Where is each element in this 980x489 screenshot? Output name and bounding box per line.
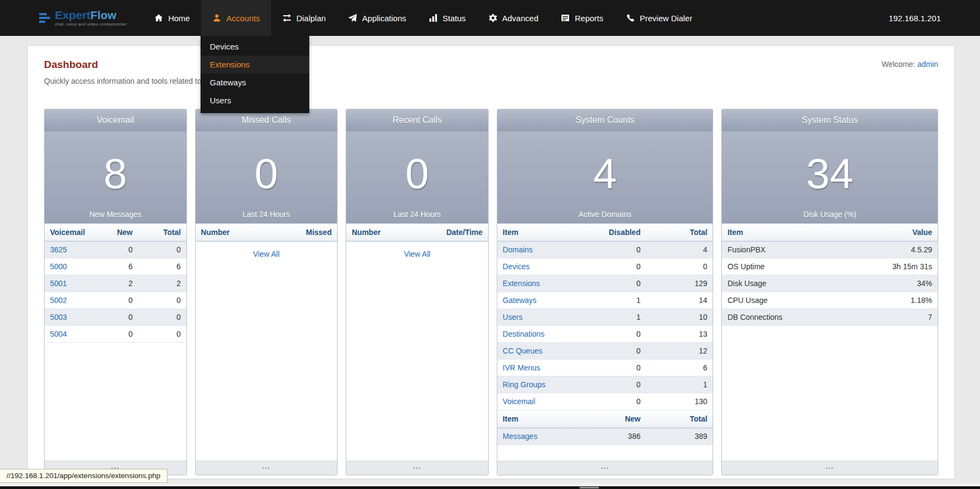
menu-item-users[interactable]: Users: [201, 91, 309, 109]
missed-calls-view-all-link[interactable]: View All: [253, 250, 280, 258]
top-nav: ExpertFlow chat, voice and video contact…: [0, 0, 980, 36]
recent-calls-view-all-wrap: View All: [346, 242, 488, 259]
table-cell: 4.5.29: [830, 245, 938, 254]
table-cell-link[interactable]: Domains: [497, 245, 594, 254]
table-row: Extensions0129: [497, 275, 713, 292]
menu-item-gateways[interactable]: Gateways: [201, 73, 309, 91]
expertflow-logo-icon: [39, 13, 51, 23]
table-cell-link[interactable]: 5000: [45, 262, 101, 271]
table-cell: 1: [594, 313, 646, 321]
voicemail-table-header: VoicemailNewTotal: [45, 224, 186, 242]
table-cell-link[interactable]: CC Queues: [497, 346, 594, 355]
table-row: 500400: [45, 326, 186, 343]
table-cell: 0: [594, 397, 646, 406]
nav-applications-label: Applications: [362, 14, 406, 23]
table-cell-link[interactable]: Extensions: [497, 279, 594, 288]
dashboard-cards-row: Voicemail 8 New Messages VoicemailNewTot…: [28, 109, 954, 475]
table-cell-link[interactable]: 5004: [45, 330, 101, 338]
taskbar-chip: [579, 487, 599, 488]
voicemail-table-body: 362500500066500122500200500300500400: [45, 242, 186, 343]
missed-calls-view-all-wrap: View All: [196, 242, 338, 259]
browser-status-link-preview: //192.168.1.201/app/extensions/extension…: [0, 469, 167, 483]
welcome-label: Welcome:: [882, 60, 915, 69]
table-cell-link[interactable]: Gateways: [497, 296, 594, 305]
table-cell-link[interactable]: Destinations: [497, 330, 594, 338]
system-counts-hero-label: Active Domains: [497, 210, 713, 219]
table-cell-link[interactable]: Messages: [497, 432, 594, 441]
nav-advanced[interactable]: Advanced: [477, 0, 550, 36]
system-counts-card-title: System Counts: [497, 109, 713, 131]
nav-accounts-label: Accounts: [226, 14, 260, 23]
system-counts-big-number: 4: [593, 152, 616, 195]
nav-status[interactable]: Status: [417, 0, 477, 36]
expertflow-logo[interactable]: ExpertFlow chat, voice and video contact…: [39, 0, 127, 36]
system-counts-table-body: Domains04Devices00Extensions0129Gateways…: [497, 242, 713, 410]
system-counts-hero: 4 Active Domains: [497, 131, 713, 224]
server-ip: 192.168.1.201: [889, 0, 941, 36]
table-cell-link[interactable]: 5002: [45, 296, 101, 305]
missed-calls-hero: 0 Last 24 Hours: [196, 131, 338, 224]
missed-calls-hero-label: Last 24 Hours: [196, 210, 338, 219]
nav-home[interactable]: Home: [143, 0, 201, 36]
system-status-card-footer[interactable]: •••: [722, 461, 938, 475]
welcome-user-link[interactable]: admin: [917, 60, 938, 69]
table-row: Messages386389: [497, 428, 713, 445]
table-cell-link[interactable]: 5001: [45, 279, 101, 288]
column-header: New: [101, 228, 138, 237]
table-cell-link[interactable]: Devices: [497, 262, 594, 271]
column-header: Item: [497, 228, 594, 237]
table-cell: 130: [646, 397, 713, 406]
column-header: New: [594, 414, 646, 423]
table-cell: 2: [101, 279, 138, 288]
recent-calls-card-footer[interactable]: •••: [346, 461, 488, 475]
user-icon: [213, 14, 221, 22]
table-cell: 0: [138, 296, 186, 305]
voicemail-hero-label: New Messages: [45, 210, 186, 219]
table-cell: 3h 15m 31s: [830, 262, 938, 271]
table-cell: 389: [646, 432, 713, 441]
table-cell-link[interactable]: Voicemail: [497, 397, 594, 406]
missed-calls-card-footer[interactable]: •••: [196, 461, 338, 475]
table-row: Domains04: [497, 242, 713, 258]
table-cell: DB Connections: [722, 313, 829, 321]
system-status-hero: 34 Disk Usage (%): [722, 131, 938, 224]
system-counts-card-footer[interactable]: •••: [497, 461, 713, 475]
table-cell: 6: [646, 363, 713, 372]
nav-applications[interactable]: Applications: [337, 0, 417, 36]
nav-preview-dialer[interactable]: Preview Dialer: [615, 0, 704, 36]
menu-item-extensions[interactable]: Extensions: [201, 55, 309, 73]
voicemail-big-number: 8: [104, 152, 127, 195]
column-header: Number: [196, 228, 266, 237]
column-header: Item: [497, 414, 594, 423]
table-cell-link[interactable]: Users: [497, 313, 594, 321]
nav-reports[interactable]: Reports: [550, 0, 615, 36]
table-cell: 0: [138, 313, 186, 321]
table-cell-link[interactable]: 3625: [45, 245, 101, 254]
table-cell-link[interactable]: IVR Menus: [497, 363, 594, 372]
column-header: Voicemail: [45, 228, 101, 237]
table-cell-link[interactable]: Ring Groups: [497, 380, 594, 389]
recent-calls-view-all-link[interactable]: View All: [404, 250, 430, 258]
phone-icon: [626, 14, 635, 22]
recent-calls-card-title: Recent Calls: [346, 109, 488, 131]
table-row: Destinations013: [497, 326, 713, 343]
system-status-big-number: 34: [806, 152, 853, 195]
table-cell: 7: [830, 313, 938, 321]
nav-preview-dialer-label: Preview Dialer: [640, 14, 692, 23]
table-cell: 0: [594, 279, 646, 288]
nav-dialplan[interactable]: Dialplan: [271, 0, 337, 36]
table-cell: 1: [594, 296, 646, 305]
table-row: 500122: [45, 275, 186, 292]
table-cell: 0: [101, 296, 138, 305]
table-cell-link[interactable]: 5003: [45, 313, 101, 321]
table-cell: 0: [646, 262, 713, 271]
table-cell: 386: [594, 432, 646, 441]
menu-item-devices[interactable]: Devices: [201, 38, 309, 55]
table-cell: 0: [101, 330, 138, 338]
nav-accounts[interactable]: Accounts: [201, 0, 271, 36]
column-header: Disabled: [594, 228, 646, 237]
table-cell: 13: [646, 330, 713, 338]
table-cell: 6: [138, 262, 186, 271]
recent-calls-table-header: NumberDate/Time: [346, 224, 488, 242]
exchange-arrows-icon: [283, 14, 291, 22]
